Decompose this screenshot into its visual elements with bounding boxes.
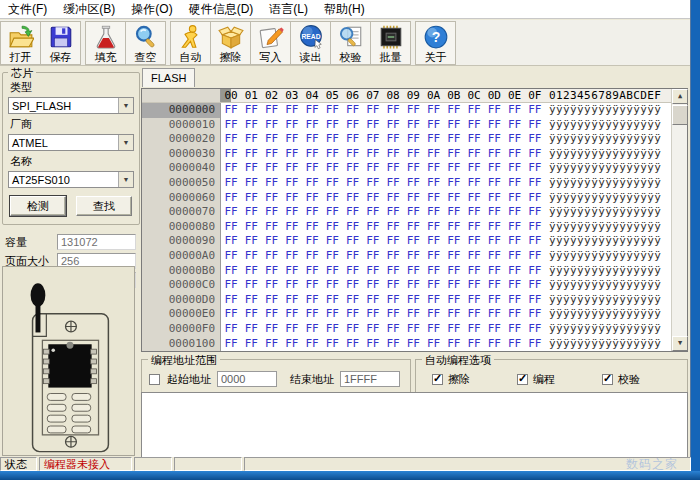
hex-byte[interactable]: FF bbox=[262, 176, 282, 191]
hex-byte[interactable]: FF bbox=[444, 264, 464, 279]
hex-byte[interactable]: FF bbox=[343, 191, 363, 206]
tab-flash[interactable]: FLASH bbox=[142, 68, 195, 87]
detect-button[interactable]: 检测 bbox=[10, 196, 66, 216]
hex-byte[interactable]: FF bbox=[262, 307, 282, 322]
hex-byte[interactable]: FF bbox=[484, 103, 504, 118]
hex-byte[interactable]: FF bbox=[241, 161, 261, 176]
scrollbar-thumb[interactable] bbox=[672, 105, 688, 125]
hex-byte[interactable]: FF bbox=[505, 278, 525, 293]
hex-byte[interactable]: FF bbox=[363, 103, 383, 118]
hex-byte[interactable]: FF bbox=[424, 191, 444, 206]
hex-byte[interactable]: FF bbox=[484, 118, 504, 133]
hex-byte[interactable]: FF bbox=[424, 278, 444, 293]
hex-byte[interactable]: FF bbox=[262, 278, 282, 293]
hex-byte[interactable]: FF bbox=[221, 103, 241, 118]
hex-byte[interactable]: FF bbox=[221, 337, 241, 352]
hex-byte[interactable]: FF bbox=[444, 322, 464, 337]
hex-byte[interactable]: FF bbox=[383, 191, 403, 206]
hex-byte[interactable]: FF bbox=[322, 205, 342, 220]
hex-byte[interactable]: FF bbox=[221, 322, 241, 337]
hex-byte[interactable]: FF bbox=[302, 293, 322, 308]
chevron-down-icon[interactable]: ▼ bbox=[118, 135, 133, 150]
menu-item-file[interactable]: 文件(F) bbox=[0, 0, 55, 19]
hex-byte[interactable]: FF bbox=[343, 132, 363, 147]
hex-byte[interactable]: FF bbox=[525, 132, 545, 147]
hex-byte[interactable]: FF bbox=[302, 118, 322, 133]
hex-byte[interactable]: FF bbox=[484, 191, 504, 206]
vendor-select[interactable]: ATMEL ▼ bbox=[8, 134, 134, 151]
hex-byte[interactable]: FF bbox=[322, 249, 342, 264]
chip-name-select[interactable]: AT25FS010 ▼ bbox=[8, 171, 134, 188]
hex-byte[interactable]: FF bbox=[525, 337, 545, 352]
hex-byte[interactable]: FF bbox=[302, 220, 322, 235]
hex-byte[interactable]: FF bbox=[302, 205, 322, 220]
hex-byte[interactable]: FF bbox=[505, 307, 525, 322]
hex-byte[interactable]: FF bbox=[484, 176, 504, 191]
open-button[interactable]: 打开 bbox=[0, 21, 41, 65]
hex-byte[interactable]: FF bbox=[525, 220, 545, 235]
hex-byte[interactable]: FF bbox=[505, 264, 525, 279]
erase-button[interactable]: 擦除 bbox=[210, 21, 251, 65]
hex-byte[interactable]: FF bbox=[464, 220, 484, 235]
hex-byte[interactable]: FF bbox=[424, 220, 444, 235]
hex-byte[interactable]: FF bbox=[282, 234, 302, 249]
hex-byte[interactable]: FF bbox=[505, 161, 525, 176]
hex-byte[interactable]: FF bbox=[464, 337, 484, 352]
hex-byte[interactable]: FF bbox=[444, 161, 464, 176]
hex-byte[interactable]: FF bbox=[525, 205, 545, 220]
hex-byte[interactable]: FF bbox=[383, 278, 403, 293]
log-output-box[interactable] bbox=[141, 392, 688, 458]
range-enable-checkbox[interactable] bbox=[149, 374, 160, 385]
hex-byte[interactable]: FF bbox=[403, 249, 423, 264]
hex-byte[interactable]: FF bbox=[221, 205, 241, 220]
hex-byte[interactable]: FF bbox=[505, 249, 525, 264]
hex-byte[interactable]: FF bbox=[383, 234, 403, 249]
hex-byte[interactable]: FF bbox=[484, 132, 504, 147]
read-button[interactable]: READ读出 bbox=[290, 21, 331, 65]
hex-byte[interactable]: FF bbox=[403, 337, 423, 352]
menu-item-help[interactable]: 帮助(H) bbox=[316, 0, 373, 19]
hex-byte[interactable]: FF bbox=[363, 234, 383, 249]
hex-byte[interactable]: FF bbox=[262, 264, 282, 279]
hex-byte[interactable]: FF bbox=[464, 132, 484, 147]
hex-byte[interactable]: FF bbox=[363, 322, 383, 337]
batch-button[interactable]: 批量 bbox=[370, 21, 411, 65]
hex-byte[interactable]: FF bbox=[302, 132, 322, 147]
hex-byte[interactable]: FF bbox=[403, 278, 423, 293]
about-button[interactable]: ?关于 bbox=[415, 21, 456, 65]
hex-byte[interactable]: FF bbox=[444, 205, 464, 220]
hex-byte[interactable]: FF bbox=[221, 147, 241, 162]
hex-byte[interactable]: FF bbox=[464, 307, 484, 322]
hex-byte[interactable]: FF bbox=[484, 278, 504, 293]
hex-byte[interactable]: FF bbox=[484, 147, 504, 162]
hex-byte[interactable]: FF bbox=[403, 132, 423, 147]
hex-byte[interactable]: FF bbox=[221, 118, 241, 133]
hex-byte[interactable]: FF bbox=[505, 191, 525, 206]
hex-byte[interactable]: FF bbox=[221, 191, 241, 206]
hex-byte[interactable]: FF bbox=[343, 118, 363, 133]
fill-button[interactable]: 填充 bbox=[85, 21, 126, 65]
hex-byte[interactable]: FF bbox=[343, 264, 363, 279]
hex-byte[interactable]: FF bbox=[322, 307, 342, 322]
hex-byte[interactable]: FF bbox=[464, 322, 484, 337]
hex-byte[interactable]: FF bbox=[302, 234, 322, 249]
hex-byte[interactable]: FF bbox=[282, 132, 302, 147]
hex-byte[interactable]: FF bbox=[484, 307, 504, 322]
hex-byte[interactable]: FF bbox=[241, 220, 261, 235]
hex-byte[interactable]: FF bbox=[484, 293, 504, 308]
hex-byte[interactable]: FF bbox=[424, 234, 444, 249]
hex-byte[interactable]: FF bbox=[403, 118, 423, 133]
hex-byte[interactable]: FF bbox=[241, 176, 261, 191]
hex-byte[interactable]: FF bbox=[383, 118, 403, 133]
hex-byte[interactable]: FF bbox=[363, 161, 383, 176]
hex-byte[interactable]: FF bbox=[505, 293, 525, 308]
hex-byte[interactable]: FF bbox=[221, 234, 241, 249]
hex-byte[interactable]: FF bbox=[363, 176, 383, 191]
hex-byte[interactable]: FF bbox=[464, 147, 484, 162]
hex-byte[interactable]: FF bbox=[343, 337, 363, 352]
hex-byte[interactable]: FF bbox=[282, 293, 302, 308]
hex-byte[interactable]: FF bbox=[343, 220, 363, 235]
hex-byte[interactable]: FF bbox=[424, 249, 444, 264]
scroll-down-icon[interactable]: ▼ bbox=[672, 336, 688, 351]
hex-byte[interactable]: FF bbox=[464, 103, 484, 118]
